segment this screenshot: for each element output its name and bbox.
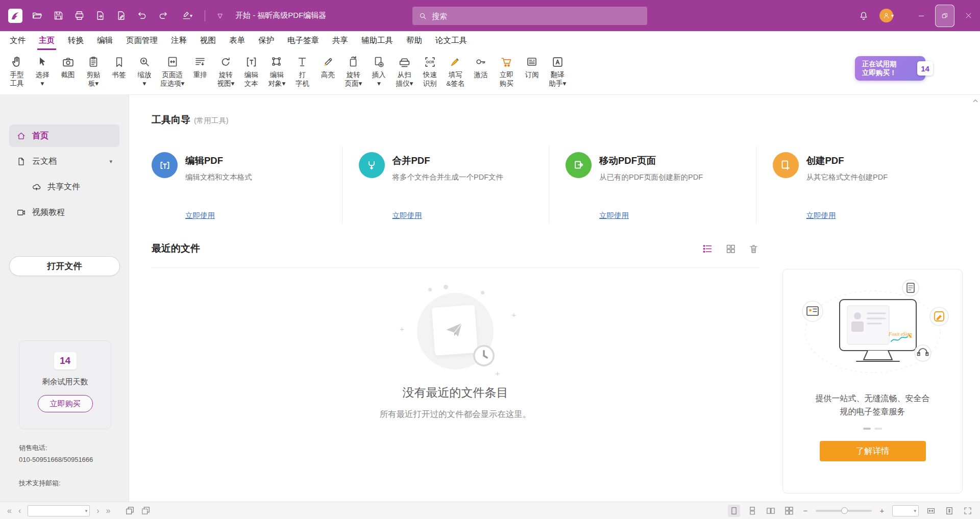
- menu-tab-esign[interactable]: 电子签章: [281, 31, 326, 50]
- trash-icon[interactable]: [748, 243, 759, 254]
- sidebar-item-cloud-docs[interactable]: 云文档 ▾: [9, 150, 119, 172]
- export-pdf-icon[interactable]: [91, 7, 109, 25]
- fit-page-icon[interactable]: [943, 505, 955, 517]
- snapshot-pages-alt-icon[interactable]: [141, 506, 151, 515]
- sign-icon[interactable]: ▾: [175, 7, 199, 25]
- menu-tab-view[interactable]: 视图: [193, 31, 223, 50]
- single-page-view-icon[interactable]: [728, 505, 740, 517]
- translate-tool-button[interactable]: 翻译 助手▾: [545, 54, 570, 94]
- print-icon[interactable]: [70, 7, 88, 25]
- menu-tab-comment[interactable]: 注释: [164, 31, 193, 50]
- esign-promo-panel: Foxit eSign 提供一站式、无缝流畅、安全合 规的电子签章服务 了解详情: [782, 269, 963, 493]
- foxit-logo[interactable]: [5, 7, 26, 25]
- next-page-button[interactable]: ›: [96, 507, 99, 515]
- search-input[interactable]: [432, 12, 641, 20]
- continuous-view-icon[interactable]: [746, 505, 758, 517]
- zoom-out-button[interactable]: −: [801, 506, 810, 515]
- carousel-dot-active[interactable]: [863, 428, 871, 430]
- buy-now-button[interactable]: 立即购买: [38, 395, 93, 412]
- clipboard-tool-button[interactable]: 剪贴 板▾: [81, 54, 106, 94]
- undo-icon[interactable]: [133, 7, 151, 25]
- bookmark-tool-button[interactable]: 书签: [106, 54, 132, 94]
- facing-view-icon[interactable]: [765, 505, 777, 517]
- highlight-tool-button[interactable]: 高亮: [315, 54, 340, 94]
- last-page-button[interactable]: »: [106, 507, 111, 515]
- page-fit-tool-button[interactable]: 页面适 应选项▾: [157, 54, 187, 94]
- snapshot-tool-button[interactable]: 截图: [55, 54, 81, 94]
- first-page-button[interactable]: «: [7, 507, 12, 515]
- edit-pdf-use-link[interactable]: 立即使用: [185, 211, 215, 220]
- trial-period-badge[interactable]: 正在试用期 立即购买！ 14: [855, 56, 925, 81]
- reflow-tool-button[interactable]: 重排: [187, 54, 213, 94]
- activate-tool-button[interactable]: 激活: [468, 54, 494, 94]
- page-number-input[interactable]: [30, 507, 85, 514]
- open-file-button[interactable]: 打开文件: [9, 256, 120, 276]
- paper-plane-icon: [443, 318, 467, 342]
- create-pdf-use-link[interactable]: 立即使用: [806, 211, 836, 220]
- zoom-in-button[interactable]: +: [878, 506, 886, 515]
- carousel-dot[interactable]: [874, 428, 882, 430]
- menu-tab-accessibility[interactable]: 辅助工具: [355, 31, 400, 50]
- learn-more-button[interactable]: 了解详情: [820, 441, 926, 461]
- typewriter-tool-button[interactable]: 打 字机: [289, 54, 315, 94]
- edit-text-tool-button[interactable]: 编辑 文本: [238, 54, 264, 94]
- rotate-pages-tool-button[interactable]: 旋转 页面▾: [340, 54, 366, 94]
- grid-view-icon[interactable]: [725, 243, 736, 254]
- menu-tab-file[interactable]: 文件: [3, 31, 32, 50]
- tools-guide-subtitle: (常用工具): [194, 116, 229, 126]
- edit-object-tool-button[interactable]: 编辑 对象▾: [264, 54, 289, 94]
- collapse-ribbon-icon[interactable]: ▽: [211, 7, 229, 25]
- snapshot-pages-icon[interactable]: [125, 506, 135, 515]
- insert-pages-tool-button[interactable]: 插入 ▾: [366, 54, 391, 94]
- save-icon[interactable]: [49, 7, 67, 25]
- minimize-button[interactable]: [910, 0, 933, 31]
- fit-width-icon[interactable]: [925, 505, 937, 517]
- sidebar-item-shared-files[interactable]: 共享文件: [9, 176, 119, 198]
- page-number-combo[interactable]: ▾: [28, 505, 90, 516]
- subscribe-tool-button[interactable]: 订阅: [519, 54, 545, 94]
- scanner-tool-button[interactable]: 从扫 描仪▾: [391, 54, 417, 94]
- menu-tab-convert[interactable]: 转换: [61, 31, 90, 50]
- chevron-down-icon: ▾: [109, 158, 112, 165]
- menu-tab-help[interactable]: 帮助: [400, 31, 429, 50]
- zoom-level-combo[interactable]: ▾: [892, 505, 919, 516]
- hand-tool-button[interactable]: 手型 工具: [4, 54, 30, 94]
- zoom-tool-button[interactable]: 缩放 ▾: [132, 54, 157, 94]
- fill-sign-tool-button[interactable]: 填写 &签名: [443, 54, 468, 94]
- fullscreen-icon[interactable]: [962, 505, 974, 517]
- ocr-tool-button[interactable]: OCR 快速 识别: [417, 54, 443, 94]
- menu-tab-edit[interactable]: 编辑: [90, 31, 119, 50]
- menu-tab-form[interactable]: 表单: [223, 31, 252, 50]
- menu-tab-home[interactable]: 主页: [32, 31, 61, 50]
- select-tool-button[interactable]: 选择 ▾: [30, 54, 55, 94]
- move-pdf-use-link[interactable]: 立即使用: [599, 211, 629, 220]
- open-file-icon[interactable]: [28, 7, 46, 25]
- menu-tab-paper-tools[interactable]: 论文工具: [429, 31, 474, 50]
- prev-page-button[interactable]: ‹: [18, 507, 21, 515]
- redo-icon[interactable]: [154, 7, 172, 25]
- rotate-view-tool-button[interactable]: 旋转 视图▾: [213, 54, 238, 94]
- zoom-level-input[interactable]: [895, 507, 914, 514]
- edit-pdf-icon: [152, 152, 178, 178]
- buy-now-tool-button[interactable]: 立即 购买: [494, 54, 519, 94]
- scrollbar-up-icon[interactable]: [972, 98, 978, 104]
- sidebar-item-home[interactable]: 首页: [9, 125, 119, 147]
- pen-nib-icon: [449, 54, 461, 70]
- restore-button[interactable]: [935, 5, 954, 27]
- zoom-slider[interactable]: [816, 510, 872, 512]
- list-view-icon[interactable]: [702, 243, 713, 254]
- account-avatar[interactable]: ▾: [873, 7, 900, 25]
- typewriter-icon: [296, 54, 308, 70]
- facing-continuous-view-icon[interactable]: [783, 505, 795, 517]
- reflow-icon: [194, 54, 206, 70]
- sidebar-item-video-tutorials[interactable]: 视频教程: [9, 201, 119, 224]
- menu-tab-protect[interactable]: 保护: [252, 31, 281, 50]
- close-button[interactable]: [957, 0, 980, 31]
- menu-tab-page-manage[interactable]: 页面管理: [119, 31, 164, 50]
- zoom-slider-handle[interactable]: [841, 507, 848, 514]
- notification-bell-icon[interactable]: [854, 7, 873, 25]
- merge-pdf-use-link[interactable]: 立即使用: [393, 211, 422, 220]
- camera-icon: [62, 54, 75, 70]
- create-pdf-icon[interactable]: [112, 7, 130, 25]
- menu-tab-share[interactable]: 共享: [326, 31, 355, 50]
